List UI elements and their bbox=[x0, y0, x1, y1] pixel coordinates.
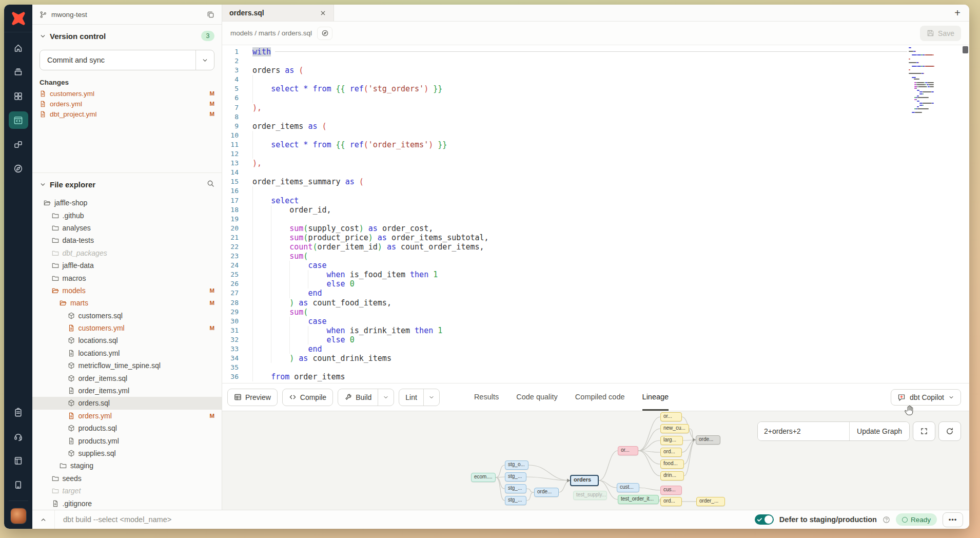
sidebar-apps-icon[interactable] bbox=[9, 87, 28, 105]
changed-file[interactable]: customers.ymlM bbox=[32, 88, 222, 99]
lineage-node-gray1[interactable]: orde... bbox=[696, 435, 720, 445]
more-options-button[interactable]: ••• bbox=[943, 512, 963, 527]
build-options-chevron[interactable] bbox=[378, 389, 394, 406]
tree-item-locations-sql[interactable]: locations.sql bbox=[32, 334, 222, 347]
lineage-node-tsup[interactable]: test_supply... bbox=[573, 491, 607, 500]
tree-item-order-items-yml[interactable]: order_items.yml bbox=[32, 385, 222, 397]
code-editor[interactable]: 1with23orders as (45 select * from {{ re… bbox=[222, 45, 969, 383]
tab-compiled-code[interactable]: Compiled code bbox=[575, 383, 625, 411]
lineage-node-y5[interactable]: food... bbox=[660, 459, 684, 469]
version-control-header[interactable]: Version control 3 bbox=[32, 31, 222, 41]
lineage-node-y6[interactable]: drin... bbox=[660, 471, 684, 481]
tree-item-order-items-sql[interactable]: order_items.sql bbox=[32, 372, 222, 384]
command-input[interactable]: dbt build --select <model_name> bbox=[63, 515, 171, 524]
file-explorer-header[interactable]: File explorer bbox=[32, 173, 222, 196]
commit-and-sync-button[interactable]: Commit and sync bbox=[40, 50, 214, 70]
sidebar-develop-icon[interactable] bbox=[9, 111, 28, 129]
tree-item-analyses[interactable]: analyses bbox=[32, 222, 222, 234]
save-button[interactable]: Save bbox=[920, 26, 961, 41]
line-number: 27 bbox=[222, 289, 239, 298]
lineage-node-stg1[interactable]: stg_o... bbox=[505, 460, 528, 470]
tree-item-customers-sql[interactable]: customers.sql bbox=[32, 310, 222, 322]
changed-file[interactable]: dbt_project.ymlM bbox=[32, 109, 222, 119]
file-icon bbox=[40, 101, 46, 107]
lineage-node-y4[interactable]: ord... bbox=[660, 448, 682, 457]
defer-toggle[interactable] bbox=[755, 514, 774, 525]
tree-item-models[interactable]: modelsM bbox=[32, 284, 222, 297]
lineage-node-orpink[interactable]: or... bbox=[618, 446, 638, 455]
lineage-node-y7[interactable]: ord... bbox=[660, 497, 682, 506]
expand-command-bar-button[interactable] bbox=[32, 510, 55, 529]
tab-orders-sql[interactable]: orders.sql bbox=[222, 5, 334, 21]
copy-icon[interactable] bbox=[207, 11, 214, 18]
tab-lineage[interactable]: Lineage bbox=[642, 383, 669, 411]
lineage-node-ecom[interactable]: ecom.... bbox=[471, 473, 496, 482]
sidebar-checklist-icon[interactable] bbox=[9, 404, 28, 421]
lineage-node-y2[interactable]: new_cu... bbox=[660, 424, 689, 433]
commit-options-chevron[interactable] bbox=[195, 50, 214, 70]
tree-item-seeds[interactable]: seeds bbox=[32, 472, 222, 485]
tree-item-orders-sql[interactable]: orders.sql bbox=[32, 397, 222, 409]
tree-item-metricflow-time-spine-sql[interactable]: metricflow_time_spine.sql bbox=[32, 359, 222, 372]
tree-item-products-sql[interactable]: products.sql bbox=[32, 422, 222, 434]
tree-item--gitignore[interactable]: .gitignore bbox=[32, 497, 222, 509]
tree-item-target[interactable]: target bbox=[32, 485, 222, 497]
help-icon[interactable] bbox=[883, 516, 890, 524]
sidebar-docs-icon[interactable] bbox=[9, 452, 28, 469]
tree-item-orders-yml[interactable]: orders.ymlM bbox=[32, 410, 222, 422]
fullscreen-button[interactable] bbox=[913, 421, 935, 441]
build-button[interactable]: Build bbox=[338, 389, 394, 406]
close-icon[interactable] bbox=[320, 10, 326, 16]
lineage-node-stg4[interactable]: stg_... bbox=[505, 496, 526, 505]
file-search-icon[interactable] bbox=[207, 180, 214, 189]
tree-item-staging[interactable]: staging bbox=[32, 459, 222, 472]
dbt-logo[interactable] bbox=[4, 5, 32, 32]
scrollbar-thumb[interactable] bbox=[963, 46, 968, 53]
sidebar-orchestration-icon[interactable] bbox=[9, 136, 28, 153]
tree-item-data-tests[interactable]: data-tests bbox=[32, 234, 222, 246]
lineage-node-y1[interactable]: or... bbox=[660, 412, 682, 421]
lint-button[interactable]: Lint bbox=[399, 389, 440, 406]
changed-file[interactable]: orders.ymlM bbox=[32, 99, 222, 109]
lineage-node-y8[interactable]: order_... bbox=[696, 497, 725, 506]
tree-item-supplies-sql[interactable]: supplies.sql bbox=[32, 447, 222, 459]
lineage-node-cust[interactable]: cust... bbox=[617, 483, 639, 492]
tree-item-locations-yml[interactable]: locations.yml bbox=[32, 347, 222, 359]
selector-input[interactable] bbox=[758, 422, 849, 440]
lineage-node-orde1[interactable]: orde... bbox=[534, 488, 559, 497]
minimap[interactable] bbox=[908, 47, 935, 124]
tree-item-macros[interactable]: macros bbox=[32, 272, 222, 284]
tree-item-dbt-packages[interactable]: dbt_packages bbox=[32, 247, 222, 259]
lineage-node-cuspink[interactable]: cus... bbox=[660, 486, 682, 495]
lint-options-chevron[interactable] bbox=[423, 389, 439, 406]
open-in-explorer-icon[interactable] bbox=[317, 27, 332, 40]
sidebar-explore-icon[interactable] bbox=[9, 160, 28, 177]
tab-results[interactable]: Results bbox=[474, 383, 499, 411]
chevron-down-icon bbox=[40, 181, 46, 188]
new-tab-button[interactable]: + bbox=[946, 5, 969, 21]
tree-item-jaffle-shop[interactable]: jaffle-shop bbox=[32, 197, 222, 209]
branch-name[interactable]: mwong-test bbox=[51, 11, 87, 18]
tree-item--github[interactable]: .github bbox=[32, 209, 222, 221]
breadcrumb[interactable]: models / marts / orders.sql bbox=[230, 29, 312, 37]
lineage-node-tord[interactable]: test_order_it... bbox=[618, 495, 659, 504]
lineage-node-orders[interactable]: orders bbox=[570, 475, 599, 486]
sidebar-support-icon[interactable] bbox=[9, 428, 28, 445]
sidebar-environments-icon[interactable] bbox=[9, 63, 28, 81]
update-graph-button[interactable]: Update Graph bbox=[849, 422, 909, 440]
tree-item-products-yml[interactable]: products.yml bbox=[32, 434, 222, 447]
dbt-copilot-button[interactable]: dbt Copilot bbox=[891, 389, 961, 406]
tree-item-jaffle-data[interactable]: jaffle-data bbox=[32, 259, 222, 272]
lineage-node-stg3[interactable]: stg_... bbox=[505, 484, 526, 493]
sidebar-reference-icon[interactable] bbox=[9, 476, 28, 493]
refresh-button[interactable] bbox=[938, 421, 961, 441]
lineage-node-stg2[interactable]: stg_... bbox=[505, 472, 526, 482]
tree-item-marts[interactable]: martsM bbox=[32, 297, 222, 309]
tab-code-quality[interactable]: Code quality bbox=[516, 383, 558, 411]
user-avatar[interactable] bbox=[11, 508, 26, 524]
preview-button[interactable]: Preview bbox=[227, 389, 278, 406]
lineage-node-y3[interactable]: larg... bbox=[660, 436, 683, 445]
tree-item-customers-yml[interactable]: customers.ymlM bbox=[32, 322, 222, 334]
compile-button[interactable]: Compile bbox=[282, 389, 333, 406]
sidebar-home-icon[interactable] bbox=[9, 39, 28, 56]
